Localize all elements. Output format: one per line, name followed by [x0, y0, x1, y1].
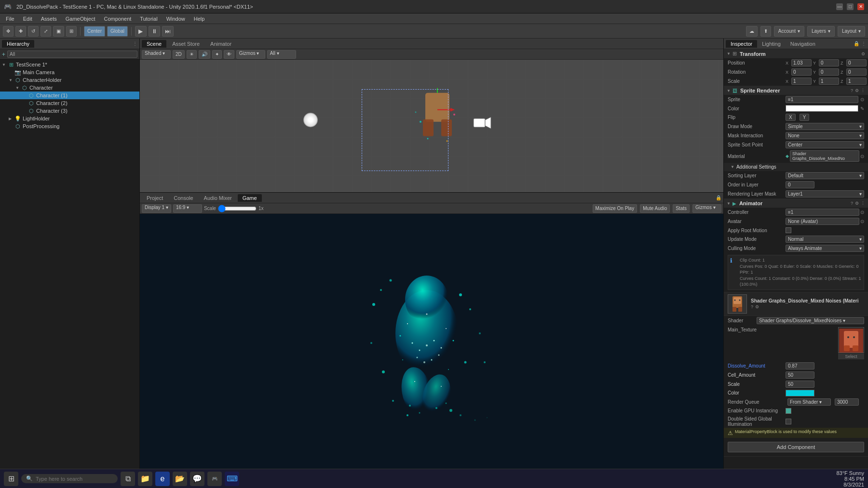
color-swatch[interactable] [786, 105, 858, 112]
scale-slider[interactable] [218, 206, 257, 211]
mat-settings-icon[interactable]: ⚙ [755, 304, 759, 309]
anim-settings-icon[interactable]: ⚙ [855, 201, 859, 206]
scale-x-field[interactable] [791, 78, 812, 85]
color-edit-icon[interactable]: ✎ [860, 106, 864, 111]
flip-y-button[interactable]: Y [800, 114, 810, 121]
color-mat-swatch[interactable] [786, 390, 814, 396]
order-in-layer-field[interactable] [786, 181, 814, 188]
draw-mode-dropdown[interactable]: Simple ▾ [786, 123, 864, 130]
space-button[interactable]: Global [107, 26, 128, 37]
hierarchy-item-scene[interactable]: ▼ ⊞ TestScene 1* [0, 61, 139, 68]
task-view-icon[interactable]: ⧉ [121, 472, 135, 486]
scale-y-field[interactable] [819, 78, 839, 85]
gpu-instancing-checkbox[interactable] [786, 408, 791, 414]
controller-value[interactable]: ≡1 [786, 209, 859, 216]
edge-icon[interactable]: e [155, 472, 170, 486]
files-icon[interactable]: 📂 [173, 472, 187, 486]
windows-start-icon[interactable]: ⊞ [4, 472, 18, 486]
taskbar-search[interactable]: 🔍 [21, 474, 118, 483]
layout-dropdown[interactable]: Layout ▾ [838, 26, 865, 37]
avatar-value[interactable]: None (Avatar) [786, 218, 859, 225]
dissolve-amount-field[interactable] [786, 362, 814, 369]
rotation-y-field[interactable] [819, 68, 839, 76]
game-tab[interactable]: Game [238, 194, 262, 202]
file-explorer-icon[interactable]: 📁 [138, 472, 152, 486]
chat-icon[interactable]: 💬 [190, 472, 204, 486]
sprite-select-icon[interactable]: ⊙ [860, 97, 864, 102]
menu-gameobject[interactable]: GameObject [62, 15, 99, 23]
audio-mixer-tab[interactable]: Audio Mixer [199, 194, 237, 202]
console-tab[interactable]: Console [169, 194, 198, 202]
controller-select-icon[interactable]: ⊙ [860, 210, 864, 215]
search-input[interactable] [36, 476, 108, 482]
cell-amount-field[interactable] [786, 371, 814, 379]
tool-transform[interactable]: ⊞ [66, 26, 77, 37]
hierarchy-item-character[interactable]: ▼ ⬡ Character [0, 84, 139, 92]
maximize-on-play-btn[interactable]: Maximize On Play [593, 204, 637, 213]
sr-menu-icon[interactable]: ⋮ [861, 88, 865, 93]
scene-fx[interactable]: ✦ [212, 50, 222, 59]
2d-button[interactable]: 2D [173, 50, 185, 59]
project-tab[interactable]: Project [142, 194, 168, 202]
apply-root-motion-checkbox[interactable] [786, 227, 791, 233]
texture-select-label[interactable]: Select [838, 354, 864, 359]
aspect-dropdown[interactable]: 16:9 ▾ [173, 204, 202, 213]
game-lock-icon[interactable]: 🔒 [716, 195, 721, 200]
pause-button[interactable]: ⏸ [149, 26, 160, 37]
rotation-z-field[interactable] [846, 68, 867, 76]
texture-preview[interactable] [838, 327, 864, 353]
position-x-field[interactable] [791, 59, 812, 66]
cloud-button[interactable]: ⬆ [760, 26, 771, 37]
code-icon[interactable]: ⌨ [225, 472, 239, 486]
layers-dropdown[interactable]: Layers ▾ [807, 26, 835, 37]
menu-window[interactable]: Window [163, 15, 189, 23]
menu-component[interactable]: Component [100, 15, 135, 23]
shading-dropdown[interactable]: Shaded ▾ [142, 50, 171, 59]
sr-settings-icon[interactable]: ⚙ [855, 88, 859, 93]
anim-help-icon[interactable]: ? [851, 201, 853, 206]
scene-lighting[interactable]: ☀ [187, 50, 197, 59]
hierarchy-item-character1[interactable]: ⬡ Character (1) [0, 92, 139, 99]
hierarchy-item-postprocessing[interactable]: ⬡ PostProcessing [0, 122, 139, 130]
render-queue-value[interactable] [835, 398, 859, 406]
inspector-lock-icon[interactable]: 🔒 [854, 41, 859, 46]
hierarchy-item-lightholder[interactable]: ▶ 💡 LightHolder [0, 115, 139, 122]
maximize-button[interactable]: □ [847, 3, 854, 10]
sr-help-icon[interactable]: ? [851, 88, 853, 93]
animator-header[interactable]: ▼ ▶ Animator ? ⚙ ⋮ [724, 199, 868, 208]
sorting-layer-dropdown[interactable]: Default ▾ [786, 172, 864, 179]
position-y-field[interactable] [819, 59, 839, 66]
scale-mat-field[interactable] [786, 381, 814, 388]
add-hierarchy-button[interactable]: + [2, 51, 5, 58]
double-sided-checkbox[interactable] [786, 419, 791, 424]
close-button[interactable]: ✕ [857, 3, 864, 10]
scene-audio[interactable]: 🔊 [199, 50, 210, 59]
avatar-select-icon[interactable]: ⊙ [860, 219, 864, 224]
mute-audio-btn[interactable]: Mute Audio [640, 204, 670, 213]
navigation-tab[interactable]: Navigation [786, 40, 820, 48]
transform-header[interactable]: ▼ ⊞ Transform ⚙ [724, 49, 868, 58]
hierarchy-item-character3[interactable]: ⬡ Character (3) [0, 107, 139, 115]
collab-button[interactable]: ☁ [746, 26, 758, 37]
scene-tab[interactable]: Scene [142, 40, 166, 48]
step-button[interactable]: ⏭ [162, 26, 174, 37]
render-queue-dropdown[interactable]: From Shader ▾ [787, 398, 831, 406]
additional-settings-header[interactable]: ▼ Additional Settings [724, 163, 868, 171]
anim-menu-icon[interactable]: ⋮ [861, 201, 865, 206]
material-value[interactable]: Shader Graphs_Dissolve_MixedNo [790, 150, 859, 162]
culling-mode-dropdown[interactable]: Always Animate ▾ [786, 245, 864, 252]
sprite-value[interactable]: ≡1 [786, 96, 858, 103]
sprite-sort-point-dropdown[interactable]: Center ▾ [786, 141, 864, 148]
hierarchy-tab[interactable]: Hierarchy [2, 40, 34, 48]
transform-settings-icon[interactable]: ⚙ [861, 52, 865, 56]
unity-taskbar-icon[interactable]: 🎮 [207, 472, 222, 486]
material-select-icon[interactable]: ⊙ [860, 154, 864, 159]
inspector-tab[interactable]: Inspector [726, 40, 757, 48]
tool-move[interactable]: ✚ [15, 26, 26, 37]
hierarchy-search[interactable]: All [7, 51, 137, 58]
tool-rotate[interactable]: ↺ [28, 26, 39, 37]
asset-store-tab[interactable]: Asset Store [167, 40, 204, 48]
flip-x-button[interactable]: X [786, 114, 796, 121]
minimize-button[interactable]: — [836, 3, 843, 10]
tool-hand[interactable]: ✥ [3, 26, 14, 37]
